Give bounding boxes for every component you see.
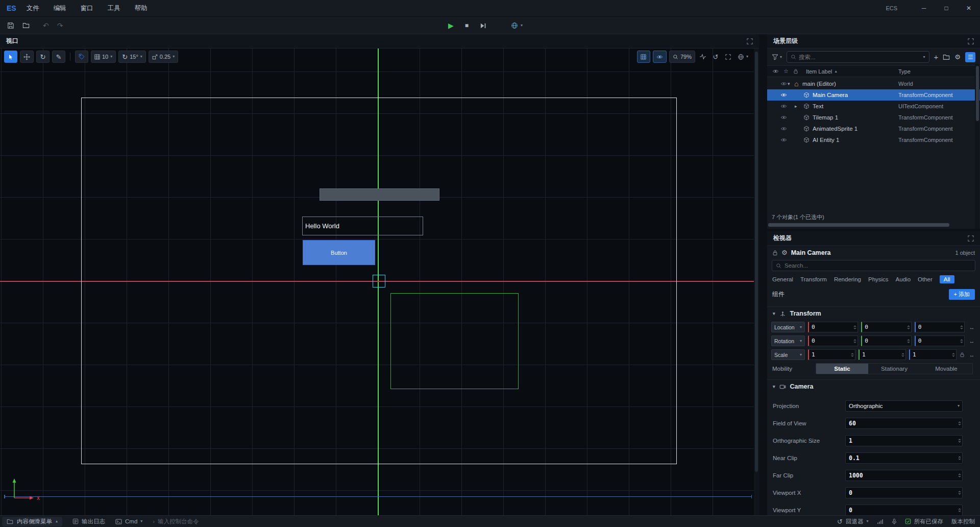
- add-entity-button[interactable]: +: [934, 53, 939, 61]
- lock-column-icon[interactable]: [793, 68, 798, 74]
- rotate-tool-button[interactable]: ↻: [36, 51, 50, 63]
- scale-y-field[interactable]: [859, 349, 906, 360]
- chevron-down-icon[interactable]: ▾: [788, 81, 790, 86]
- visibility-eye-icon[interactable]: [780, 126, 787, 132]
- hierarchy-vertical-scrollbar[interactable]: [975, 64, 979, 229]
- tree-row-tilemap[interactable]: Tilemap 1 TransformComponent: [767, 112, 980, 123]
- grid-snap-dropdown[interactable]: 10 ▾: [91, 51, 116, 63]
- far-clip-input[interactable]: [849, 472, 959, 479]
- undo-icon[interactable]: ↶: [43, 21, 49, 30]
- location-dropdown[interactable]: Location ▾: [771, 322, 805, 332]
- reset-view-icon[interactable]: ↺: [710, 51, 721, 63]
- spinner[interactable]: [960, 339, 963, 343]
- tree-row-animatedsprite[interactable]: AnimatedSprite 1 TransformComponent: [767, 123, 980, 134]
- menu-tools[interactable]: 工具: [108, 4, 120, 13]
- fov-input[interactable]: [849, 420, 959, 427]
- spinner[interactable]: [958, 491, 961, 495]
- scene-canvas[interactable]: Hello World Button x: [0, 49, 759, 515]
- version-control-button[interactable]: 版本控制: [951, 518, 975, 525]
- tab-general[interactable]: General: [772, 276, 793, 282]
- move-tool-button[interactable]: [20, 51, 34, 63]
- tab-other[interactable]: Other: [918, 276, 933, 282]
- far-clip-field[interactable]: [845, 470, 963, 481]
- scrollbar-thumb[interactable]: [755, 52, 758, 472]
- transform-section-header[interactable]: ▾ Transform: [767, 306, 980, 320]
- signal-icon[interactable]: [877, 519, 884, 524]
- spinner[interactable]: [901, 353, 904, 357]
- rotation-x-field[interactable]: [808, 336, 858, 346]
- scale-z-input[interactable]: [910, 351, 956, 358]
- menu-help[interactable]: 帮助: [135, 4, 148, 13]
- filter-button[interactable]: ▾: [772, 54, 782, 60]
- visibility-eye-icon[interactable]: [780, 92, 787, 99]
- expand-panel-icon[interactable]: [747, 38, 753, 44]
- spinner[interactable]: [907, 339, 910, 343]
- stop-button[interactable]: ■: [465, 22, 469, 29]
- new-folder-button[interactable]: [943, 54, 950, 61]
- ortho-size-input[interactable]: [849, 437, 959, 444]
- menu-window[interactable]: 窗口: [81, 4, 93, 13]
- tree-row-ai-entity[interactable]: AI Entity 1 TransformComponent: [767, 134, 980, 146]
- item-label-column[interactable]: Item Label ▲: [806, 68, 838, 75]
- console-command-input[interactable]: › 输入控制台命令: [153, 518, 199, 525]
- edit-tool-button[interactable]: ✎: [52, 51, 65, 63]
- microphone-icon[interactable]: [892, 518, 897, 525]
- location-y-field[interactable]: [861, 322, 911, 332]
- fov-field[interactable]: [845, 418, 963, 429]
- chevron-down-icon[interactable]: ▾: [773, 311, 775, 316]
- scale-x-input[interactable]: [809, 351, 855, 358]
- select-tool-button[interactable]: [4, 51, 17, 63]
- minimize-button[interactable]: ─: [913, 0, 935, 17]
- link-axes-icon[interactable]: ↔: [968, 338, 976, 344]
- location-x-input[interactable]: [809, 324, 857, 330]
- rotation-y-field[interactable]: [861, 336, 911, 346]
- projection-dropdown[interactable]: Orthographic ▾: [845, 400, 963, 412]
- save-icon[interactable]: [7, 22, 14, 29]
- visibility-eye-icon[interactable]: [780, 137, 787, 143]
- inspector-search[interactable]: [772, 260, 975, 271]
- sprite-bar-object[interactable]: [320, 188, 439, 201]
- scale-snap-dropdown[interactable]: 0.25 ▾: [149, 51, 178, 63]
- fullscreen-icon[interactable]: [723, 51, 733, 63]
- location-x-field[interactable]: [808, 322, 858, 332]
- tag-snap-button[interactable]: [75, 51, 88, 63]
- scale-z-field[interactable]: [909, 349, 957, 360]
- location-z-field[interactable]: [915, 322, 965, 332]
- tab-all[interactable]: All: [940, 275, 954, 283]
- output-log-button[interactable]: 输出日志: [72, 518, 105, 525]
- rollback-dropdown[interactable]: ↺ 回退器 ▾: [837, 518, 868, 525]
- visibility-eye-icon[interactable]: [780, 114, 787, 121]
- rotation-y-input[interactable]: [862, 338, 911, 344]
- search-options-caret[interactable]: ▾: [923, 55, 925, 59]
- hierarchy-settings-gear-icon[interactable]: ⚙: [954, 54, 961, 60]
- tree-row-world[interactable]: ▾ ⌂ main (Editor) World: [767, 78, 980, 89]
- tree-row-main-camera[interactable]: Main Camera TransformComponent: [767, 89, 980, 101]
- viewport-y-field[interactable]: [845, 505, 963, 516]
- expand-panel-icon[interactable]: [968, 235, 974, 242]
- spinner[interactable]: [958, 439, 961, 443]
- viewport-vertical-scrollbar[interactable]: [754, 49, 759, 515]
- tab-rendering[interactable]: Rendering: [834, 276, 861, 282]
- add-component-button[interactable]: + 添加: [949, 289, 975, 300]
- visibility-column-eye-icon[interactable]: [772, 68, 779, 75]
- mobility-stationary-option[interactable]: Stationary: [868, 364, 920, 374]
- rotation-x-input[interactable]: [809, 338, 857, 344]
- scrollbar-thumb[interactable]: [976, 66, 979, 121]
- cmd-dropdown[interactable]: Cmd ▾: [115, 518, 142, 524]
- spinner[interactable]: [958, 508, 961, 512]
- tab-physics[interactable]: Physics: [868, 276, 889, 282]
- mobility-movable-option[interactable]: Movable: [920, 364, 972, 374]
- ui-text-object[interactable]: Hello World: [302, 217, 423, 235]
- scrollbar-thumb[interactable]: [768, 223, 949, 227]
- visibility-eye-icon[interactable]: [780, 81, 787, 87]
- rotation-dropdown[interactable]: Rotation ▾: [771, 336, 805, 346]
- grid-toggle-button[interactable]: [637, 51, 650, 63]
- spinner[interactable]: [952, 353, 955, 357]
- chevron-right-icon[interactable]: ▸: [795, 104, 797, 109]
- favorite-column-star-icon[interactable]: ☆: [783, 68, 789, 75]
- tab-audio[interactable]: Audio: [896, 276, 911, 282]
- spinner[interactable]: [907, 325, 910, 329]
- redo-icon[interactable]: ↷: [57, 21, 63, 30]
- stats-activity-icon[interactable]: [698, 51, 708, 63]
- spinner[interactable]: [851, 353, 854, 357]
